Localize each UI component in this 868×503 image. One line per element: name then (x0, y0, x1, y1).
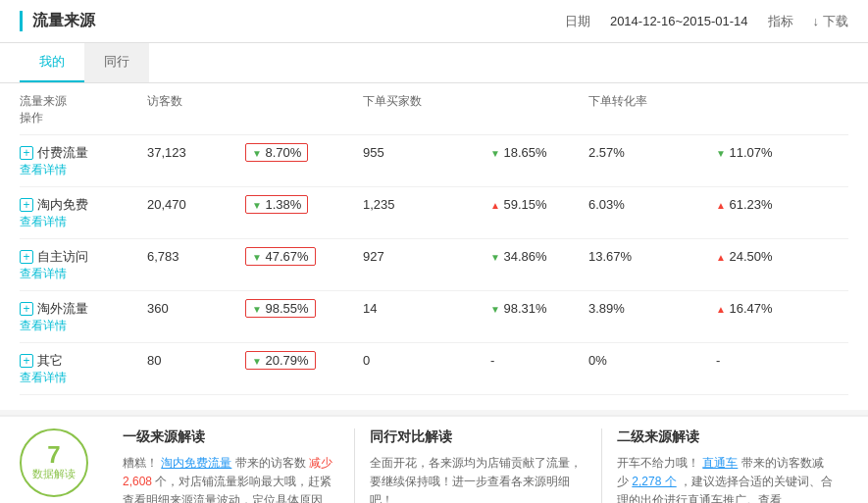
buyer-change: 18.65% (490, 145, 588, 160)
visitor-count: 360 (147, 301, 245, 316)
indicator-label[interactable]: 指标 (768, 13, 793, 30)
buyer-change: 59.15% (490, 197, 588, 212)
col-visitor-change (245, 93, 363, 110)
visitor-change: 20.79% (245, 351, 363, 370)
visitor-change: 1.38% (245, 195, 363, 214)
insight-card-1: 一级来源解读 糟糕！ 淘内免费流量 带来的访客数 减少2,608 个，对店铺流量… (108, 428, 355, 503)
visitor-change: 47.67% (245, 247, 363, 266)
source-name: + 自主访问 (20, 248, 147, 266)
table-row: + 淘外流量 360 98.55% 14 98.31% 3.89% 16.47%… (20, 291, 848, 343)
date-label[interactable]: 日期 (565, 13, 590, 30)
conversion-rate: 2.57% (588, 145, 716, 160)
buyer-count: 14 (363, 301, 490, 316)
source-name: + 其它 (20, 352, 147, 370)
text-mid-1: 带来的访客数 (235, 456, 306, 470)
highlight-change-3: 2,278 个 (632, 475, 676, 488)
conv-change: 16.47% (716, 301, 794, 316)
days-number: 7 (47, 443, 60, 467)
visitor-count: 37,123 (147, 145, 245, 160)
col-action: 操作 (20, 110, 147, 126)
download-button[interactable]: ↓ 下载 (813, 13, 849, 30)
buyer-count: 927 (363, 249, 490, 264)
conv-change: 61.23% (716, 197, 794, 212)
visitor-count: 80 (147, 353, 245, 368)
insight-title-1: 一级来源解读 (123, 428, 339, 446)
expand-icon[interactable]: + (20, 354, 33, 368)
visitor-change: 8.70% (245, 143, 363, 162)
action-link[interactable]: 查看详情 (20, 370, 147, 386)
insight-text-3: 开车不给力哦！ 直通车 带来的访客数减少 2,278 个 ，建议选择合适的关键词… (617, 454, 834, 503)
buyer-count: 0 (363, 353, 490, 368)
col-visitors: 访客数 (147, 93, 245, 110)
action-link[interactable]: 查看详情 (20, 214, 147, 230)
insight-title-2: 同行对比解读 (370, 428, 587, 446)
insight-title-3: 二级来源解读 (617, 428, 834, 446)
col-buyers: 下单买家数 (363, 93, 490, 110)
buyer-count: 1,235 (363, 197, 490, 212)
expand-icon[interactable]: + (20, 302, 33, 316)
source-name: + 淘外流量 (20, 300, 147, 318)
col-source: 流量来源 (20, 93, 147, 110)
highlight-source-3[interactable]: 直通车 (702, 456, 738, 470)
expand-icon[interactable]: + (20, 198, 33, 212)
conversion-rate: 3.89% (588, 301, 716, 316)
col-conv-change (716, 93, 794, 110)
source-name: + 淘内免费 (20, 196, 147, 214)
expand-icon[interactable]: + (20, 146, 33, 160)
table-row: + 其它 80 20.79% 0 - 0% - 查看详情 (20, 343, 848, 395)
date-value: 2014-12-16~2015-01-14 (610, 14, 748, 28)
page-title: 流量来源 (20, 11, 95, 31)
conv-change: 24.50% (716, 249, 794, 264)
col-conversion: 下单转化率 (588, 93, 716, 110)
conversion-rate: 13.67% (588, 249, 716, 264)
expand-icon[interactable]: + (20, 250, 33, 264)
download-icon: ↓ (813, 14, 820, 28)
highlight-source[interactable]: 淘内免费流量 (161, 456, 231, 470)
source-name: + 付费流量 (20, 144, 147, 162)
conv-change: 11.07% (716, 145, 794, 160)
text-prefix-3: 开车不给力哦！ (617, 456, 699, 470)
insight-card-2: 同行对比解读 全面开花，各来源均为店铺贡献了流量，要继续保持哦！进一步查看各来源… (355, 428, 602, 503)
action-link[interactable]: 查看详情 (20, 318, 147, 334)
action-link[interactable]: 查看详情 (20, 162, 147, 178)
col-buyer-change (490, 93, 588, 110)
text-suffix-1: 个，对店铺流量影响最大哦，赶紧查看明细来源流量波动，定位具体原因哦！ (123, 475, 332, 503)
insight-text-1: 糟糕！ 淘内免费流量 带来的访客数 减少2,608 个，对店铺流量影响最大哦，赶… (123, 454, 339, 503)
conversion-rate: 0% (588, 353, 716, 368)
conversion-rate: 6.03% (588, 197, 716, 212)
insight-card-3: 二级来源解读 开车不给力哦！ 直通车 带来的访客数减少 2,278 个 ，建议选… (602, 428, 848, 503)
visitor-count: 6,783 (147, 249, 245, 264)
buyer-change: 98.31% (490, 301, 588, 316)
days-text: 数据解读 (32, 467, 76, 481)
text-prefix-1: 糟糕！ (123, 456, 158, 470)
tab-mine[interactable]: 我的 (20, 43, 84, 82)
days-badge: 7 数据解读 (20, 428, 88, 497)
visitor-change: 98.55% (245, 299, 363, 318)
visitor-count: 20,470 (147, 197, 245, 212)
table-row: + 自主访问 6,783 47.67% 927 34.86% 13.67% 24… (20, 239, 848, 291)
buyer-change: - (490, 353, 588, 368)
buyer-change: 34.86% (490, 249, 588, 264)
tab-peers[interactable]: 同行 (84, 43, 149, 82)
table-row: + 淘内免费 20,470 1.38% 1,235 59.15% 6.03% 6… (20, 187, 848, 239)
insight-text-2: 全面开花，各来源均为店铺贡献了流量，要继续保持哦！进一步查看各来源明细吧！ (370, 454, 587, 503)
buyer-count: 955 (363, 145, 490, 160)
conv-change: - (716, 353, 794, 368)
table-row: + 付费流量 37,123 8.70% 955 18.65% 2.57% 11.… (20, 135, 848, 187)
action-link[interactable]: 查看详情 (20, 266, 147, 282)
